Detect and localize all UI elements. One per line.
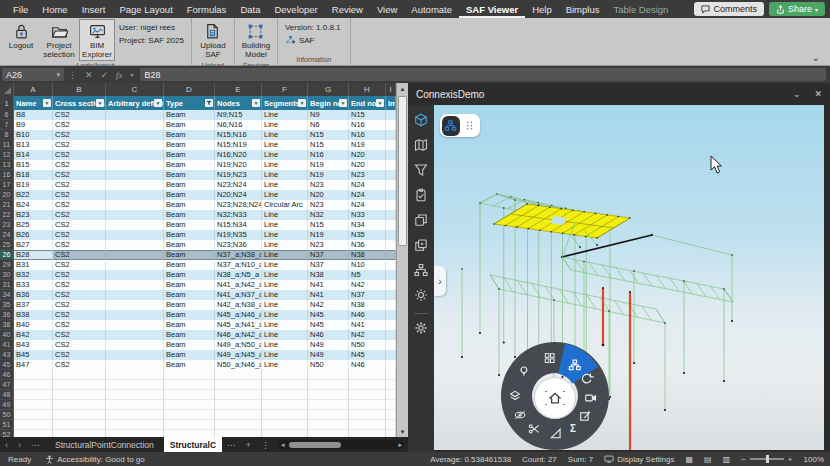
cell[interactable]: N37 xyxy=(308,250,349,260)
cell[interactable]: N19;N23 xyxy=(215,170,262,180)
row-number-43[interactable]: 43 xyxy=(0,350,14,360)
cell[interactable]: B9 xyxy=(14,120,53,130)
cell[interactable] xyxy=(106,290,164,300)
cell[interactable]: Beam xyxy=(164,160,215,170)
cell[interactable]: Beam xyxy=(164,150,215,160)
scroll-down-arrow[interactable]: ▼ xyxy=(397,426,408,437)
cell[interactable]: N45_a;N41_a xyxy=(215,320,262,330)
cell[interactable]: Line xyxy=(262,290,308,300)
cell[interactable] xyxy=(308,420,349,430)
cell[interactable]: B8 xyxy=(14,110,53,120)
sheet-list-ellipsis[interactable]: ⋯ xyxy=(26,440,45,450)
viewport-3d[interactable]: › Σ xyxy=(434,105,824,450)
cell[interactable]: N23 xyxy=(308,180,349,190)
cell[interactable] xyxy=(386,180,396,190)
cell[interactable] xyxy=(386,160,396,170)
duplicate-icon[interactable] xyxy=(414,213,428,231)
menu-tab-saf-viewer[interactable]: SAF Viewer xyxy=(459,0,525,18)
cell[interactable] xyxy=(106,210,164,220)
cell[interactable]: Beam xyxy=(164,350,215,360)
hierarchy-tree-icon[interactable] xyxy=(414,263,428,281)
cell[interactable]: B36 xyxy=(14,290,53,300)
cell[interactable]: N15 xyxy=(308,130,349,140)
cell[interactable] xyxy=(106,220,164,230)
cell[interactable] xyxy=(262,390,308,400)
cell[interactable] xyxy=(386,340,396,350)
cell[interactable]: N19;N35 xyxy=(215,230,262,240)
cell[interactable] xyxy=(106,400,164,410)
row-number-50[interactable]: 50 xyxy=(0,410,14,420)
cell[interactable]: N50 xyxy=(349,340,386,350)
cell[interactable]: N9;N15 xyxy=(215,110,262,120)
cell[interactable]: Beam xyxy=(164,190,215,200)
cell[interactable]: Line xyxy=(262,220,308,230)
cell[interactable] xyxy=(14,420,53,430)
row-number-12[interactable]: 12 xyxy=(0,150,14,160)
cell[interactable]: B24 xyxy=(14,200,53,210)
cell[interactable]: N5 xyxy=(349,270,386,280)
cell[interactable]: N16 xyxy=(349,130,386,140)
cell[interactable] xyxy=(106,360,164,370)
cell[interactable] xyxy=(386,130,396,140)
cell[interactable]: B42 xyxy=(14,330,53,340)
menu-tab-developer[interactable]: Developer xyxy=(267,0,324,18)
row-number-47[interactable]: 47 xyxy=(0,380,14,390)
cell[interactable]: N38 xyxy=(349,300,386,310)
project-selection-button[interactable]: Project selection xyxy=(41,19,77,61)
cell[interactable]: N35 xyxy=(349,230,386,240)
cell[interactable] xyxy=(53,410,106,420)
cell[interactable]: Line xyxy=(262,140,308,150)
cell[interactable]: N37 xyxy=(349,290,386,300)
cell[interactable]: Line xyxy=(262,230,308,240)
cell[interactable]: CS2 xyxy=(53,330,106,340)
cell[interactable]: N32;N33 xyxy=(215,210,262,220)
vertical-scrollbar[interactable]: ▲ ▼ xyxy=(396,83,408,437)
cell[interactable]: CS2 xyxy=(53,340,106,350)
cell[interactable] xyxy=(164,400,215,410)
row-number-26[interactable]: 26 xyxy=(0,250,14,260)
collapse-ribbon-chevron[interactable]: ⌄ xyxy=(812,52,820,63)
cell[interactable] xyxy=(106,310,164,320)
cell[interactable]: N50_a;N46_a xyxy=(215,360,262,370)
cell[interactable]: Beam xyxy=(164,140,215,150)
active-cell-A26[interactable]: B28 xyxy=(14,250,53,260)
cell[interactable]: N45 xyxy=(308,310,349,320)
cell[interactable]: N45_a;N46_a xyxy=(215,310,262,320)
row-number-40[interactable]: 40 xyxy=(0,330,14,340)
cell[interactable] xyxy=(349,420,386,430)
cell[interactable]: CS2 xyxy=(53,120,106,130)
row-number-22[interactable]: 22 xyxy=(0,210,14,220)
cell[interactable]: N24 xyxy=(349,200,386,210)
cell[interactable] xyxy=(106,430,164,437)
cell[interactable] xyxy=(386,360,396,370)
cell[interactable]: Line xyxy=(262,250,308,260)
next-sheet-arrow[interactable]: › xyxy=(13,440,26,450)
cell[interactable]: CS2 xyxy=(53,350,106,360)
page-break-view-button[interactable]: ▥ xyxy=(723,455,731,464)
cell[interactable] xyxy=(215,420,262,430)
column-letter-E[interactable]: E xyxy=(215,83,262,96)
column-header-G[interactable]: Begin nod▼ xyxy=(308,96,349,110)
cell[interactable] xyxy=(106,120,164,130)
cell[interactable] xyxy=(386,260,396,270)
cell[interactable]: CS2 xyxy=(53,280,106,290)
cell[interactable]: Line xyxy=(262,340,308,350)
cell[interactable] xyxy=(386,300,396,310)
zoom-in-button[interactable]: + xyxy=(788,455,793,464)
column-letter-I[interactable]: I xyxy=(386,83,396,96)
cell[interactable]: Beam xyxy=(164,170,215,180)
cell[interactable]: N23 xyxy=(308,240,349,250)
upload-saf-button[interactable]: Upload SAF xyxy=(195,19,231,61)
cell[interactable]: B27 xyxy=(14,240,53,250)
cell[interactable] xyxy=(349,390,386,400)
cell[interactable] xyxy=(386,320,396,330)
filter-dropdown-icon[interactable]: ▼ xyxy=(376,99,384,107)
row-number-20[interactable]: 20 xyxy=(0,190,14,200)
column-letter-G[interactable]: G xyxy=(308,83,349,96)
cell[interactable]: Line xyxy=(262,150,308,160)
cell[interactable] xyxy=(215,410,262,420)
cell[interactable]: Beam xyxy=(164,240,215,250)
row-number-17[interactable]: 17 xyxy=(0,180,14,190)
cell[interactable]: B26 xyxy=(14,230,53,240)
row-number-52[interactable]: 52 xyxy=(0,430,14,437)
